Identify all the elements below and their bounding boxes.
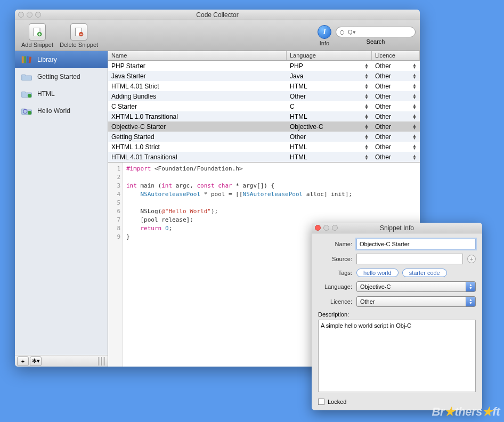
svg-rect-7 <box>29 56 31 63</box>
tags-container[interactable]: hello world starter code <box>356 269 476 277</box>
language-label: Language: <box>318 283 352 290</box>
cell-language: PHP▲▼ <box>287 62 372 70</box>
cell-name: HTML 4.01 Strict <box>108 83 287 90</box>
table-row[interactable]: C StarterC▲▼Other▲▼ <box>108 101 420 111</box>
licence-select[interactable]: Other ▲▼ <box>356 296 476 307</box>
search-label: Search <box>367 38 385 45</box>
chevron-updown-icon: ▲▼ <box>466 297 475 306</box>
delete-snippet-icon <box>70 23 87 40</box>
source-label: Source: <box>318 256 352 262</box>
cell-name: XHTML 1.0 Strict <box>108 143 287 151</box>
add-snippet-label: Add Snippet <box>21 42 53 48</box>
table-row[interactable]: HTML 4.01 TransitionalHTML▲▼Other▲▼ <box>108 152 420 162</box>
cell-language: C▲▼ <box>287 103 372 110</box>
sidebar-item-label: Getting Started <box>37 73 80 80</box>
table-row[interactable]: Objective-C StarterObjective-C▲▼Other▲▼ <box>108 121 420 132</box>
watermark: Br★thers★ft <box>432 405 500 419</box>
line-gutter: 123456789 <box>108 163 123 367</box>
svg-point-10 <box>28 111 31 115</box>
add-snippet-icon <box>29 23 46 40</box>
cell-name: Getting Started <box>108 133 287 141</box>
add-source-button[interactable]: + <box>467 255 476 263</box>
library-icon <box>20 54 33 65</box>
table-row[interactable]: Java StarterJava▲▼Other▲▼ <box>108 71 420 81</box>
titlebar[interactable]: Code Collector <box>15 10 420 20</box>
cell-licence: Other▲▼ <box>372 72 420 80</box>
cell-language: HTML▲▼ <box>287 143 372 151</box>
svg-rect-4 <box>22 56 24 63</box>
col-language[interactable]: Language <box>287 51 372 60</box>
sidebar: Library Getting Started HTML Hello World… <box>15 51 108 367</box>
description-field[interactable]: A simple hello world script in Obj-C <box>318 320 476 392</box>
sidebar-item-library[interactable]: Library <box>15 51 108 68</box>
col-licence[interactable]: Licence <box>372 51 420 60</box>
svg-rect-6 <box>27 56 29 63</box>
add-snippet-button[interactable]: Add Snippet <box>19 23 55 48</box>
chevron-updown-icon: ▲▼ <box>466 282 475 291</box>
cell-language: HTML▲▼ <box>287 83 372 90</box>
table-header: Name Language Licence <box>108 51 420 61</box>
panel-title: Snippet Info <box>312 224 482 232</box>
cell-licence: Other▲▼ <box>372 103 420 110</box>
sidebar-item-label: HTML <box>37 90 55 98</box>
sidebar-item-html[interactable]: HTML <box>15 85 108 102</box>
action-menu-button[interactable]: ✻▾ <box>30 356 42 366</box>
search-input[interactable] <box>336 27 416 37</box>
add-button[interactable]: + <box>17 356 29 366</box>
sidebar-item-hello-world[interactable]: Hello World <box>15 102 108 119</box>
sidebar-item-getting-started[interactable]: Getting Started <box>15 68 108 85</box>
tag-pill[interactable]: hello world <box>356 269 399 277</box>
table-row[interactable]: HTML 4.01 StrictHTML▲▼Other▲▼ <box>108 81 420 91</box>
name-field[interactable] <box>356 239 476 249</box>
snippet-info-panel: Snippet Info Name: Source: + Tags: hello… <box>312 223 482 410</box>
tag-pill[interactable]: starter code <box>402 269 447 277</box>
info-label: Info <box>320 40 329 46</box>
cell-name: XHTML 1.0 Transitional <box>108 113 287 120</box>
cell-name: Objective-C Starter <box>108 123 287 131</box>
description-label: Description: <box>318 311 476 318</box>
table-row[interactable]: XHTML 1.0 TransitionalHTML▲▼Other▲▼ <box>108 111 420 121</box>
cell-name: Java Starter <box>108 72 287 80</box>
cell-licence: Other▲▼ <box>372 153 420 161</box>
cell-language: Other▲▼ <box>287 93 372 100</box>
folder-icon <box>20 71 33 82</box>
locked-checkbox[interactable] <box>318 399 324 405</box>
name-label: Name: <box>318 241 352 247</box>
cell-language: HTML▲▼ <box>287 113 372 120</box>
cell-name: C Starter <box>108 103 287 110</box>
cell-licence: Other▲▼ <box>372 143 420 151</box>
resize-grip-icon[interactable] <box>98 357 105 366</box>
cell-licence: Other▲▼ <box>372 93 420 100</box>
delete-snippet-label: Delete Snippet <box>60 42 98 48</box>
toolbar: Add Snippet Delete Snippet i Info Search <box>15 20 420 51</box>
svg-point-8 <box>28 94 31 98</box>
tags-label: Tags: <box>318 270 352 276</box>
cell-language: Objective-C▲▼ <box>287 123 372 131</box>
language-select[interactable]: Objective-C ▲▼ <box>356 281 476 292</box>
cell-licence: Other▲▼ <box>372 62 420 70</box>
info-button[interactable]: i Info <box>315 25 334 46</box>
snippet-table[interactable]: PHP StarterPHP▲▼Other▲▼Java StarterJava▲… <box>108 61 420 162</box>
table-row[interactable]: PHP StarterPHP▲▼Other▲▼ <box>108 61 420 71</box>
table-row[interactable]: XHTML 1.0 StrictHTML▲▼Other▲▼ <box>108 142 420 152</box>
cell-licence: Other▲▼ <box>372 123 420 131</box>
table-row[interactable]: Getting StartedOther▲▼Other▲▼ <box>108 132 420 142</box>
folder-icon <box>20 88 33 99</box>
locked-label: Locked <box>328 399 346 405</box>
cell-language: HTML▲▼ <box>287 153 372 161</box>
sidebar-item-label: Library <box>37 56 57 63</box>
panel-titlebar[interactable]: Snippet Info <box>312 223 482 233</box>
smart-folder-icon <box>20 106 33 116</box>
licence-label: Licence: <box>318 298 352 305</box>
cell-name: PHP Starter <box>108 62 287 70</box>
cell-name: Adding Bundles <box>108 93 287 100</box>
svg-rect-5 <box>24 56 26 63</box>
col-name[interactable]: Name <box>108 51 287 60</box>
delete-snippet-button[interactable]: Delete Snippet <box>58 23 100 48</box>
source-field[interactable] <box>356 254 463 264</box>
cell-name: HTML 4.01 Transitional <box>108 153 287 161</box>
table-row[interactable]: Adding BundlesOther▲▼Other▲▼ <box>108 91 420 101</box>
cell-language: Other▲▼ <box>287 133 372 141</box>
sidebar-item-label: Hello World <box>37 107 70 115</box>
cell-licence: Other▲▼ <box>372 113 420 120</box>
